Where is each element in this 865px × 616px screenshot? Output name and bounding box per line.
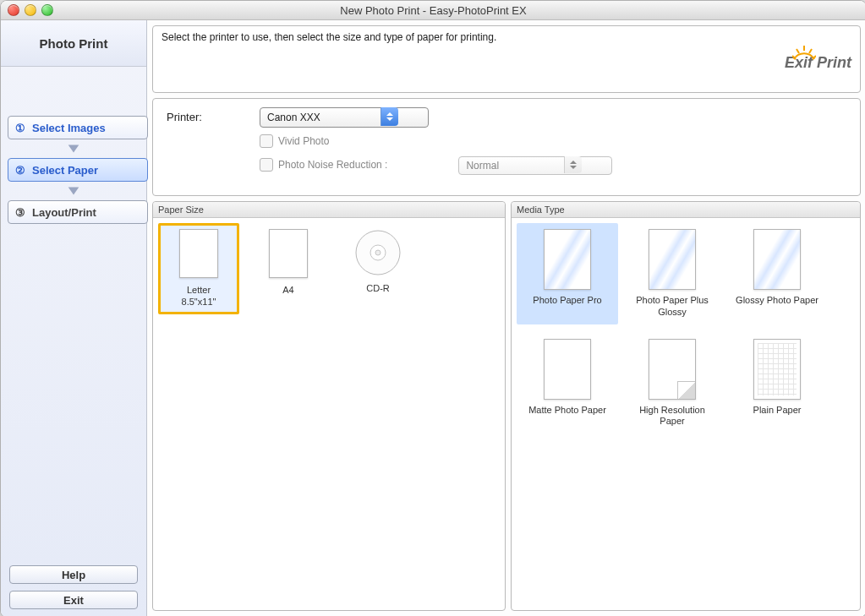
zoom-icon[interactable] [41,4,53,16]
noise-reduction-select[interactable]: Normal [458,156,582,173]
vivid-photo-row: Vivid Photo [260,134,846,148]
step-label: Select Images [32,122,106,134]
window-controls [8,4,53,16]
tile-label: Plain Paper [753,405,802,427]
paper-size-header: Paper Size [153,202,505,218]
media-type-tile[interactable]: Glossy Photo Paper [726,223,828,324]
paper-thumb-icon [649,229,696,290]
arrow-down-icon [8,143,140,155]
sun-icon [792,44,816,65]
step-select-images[interactable]: ① Select Images [8,116,148,139]
tile-label: Photo Paper Pro [533,295,601,317]
paper-size-tile[interactable]: Letter8.5"x11" [158,223,239,314]
vivid-photo-checkbox[interactable] [260,134,273,148]
media-type-grid: Photo Paper ProPhoto Paper Plus GlossyGl… [517,223,855,433]
noise-reduction-value: Normal [458,156,612,175]
printer-select[interactable]: Canon XXX [260,107,398,126]
sheet-icon [179,229,218,278]
noise-reduction-label: Photo Noise Reduction : [278,159,387,171]
media-type-header: Media Type [512,202,860,218]
svg-point-9 [375,250,380,255]
printer-select-value: Canon XXX [260,107,429,128]
step-label: Select Paper [32,164,98,177]
tile-label: High Resolution Paper [627,405,717,428]
media-type-tile[interactable]: Photo Paper Plus Glossy [621,223,723,324]
svg-line-3 [797,49,799,53]
chevron-updown-icon [380,107,398,126]
svg-marker-0 [68,145,79,153]
paper-thumb-icon [649,339,696,400]
media-type-tile[interactable]: Photo Paper Pro [517,223,618,324]
paper-thumb-icon [544,339,591,400]
tile-label: Glossy Photo Paper [736,295,818,317]
exit-button[interactable]: Exit [9,591,138,609]
paper-size-panel: Paper Size Letter8.5"x11"A4CD-R [152,201,506,611]
instruction-text: Select the printer to use, then select t… [162,31,496,43]
title-bar: New Photo Print - Easy-PhotoPrint EX [1,1,865,20]
step-select-paper[interactable]: ② Select Paper [8,158,148,182]
vivid-photo-label: Vivid Photo [278,135,330,147]
media-type-tile[interactable]: Matte Photo Paper [517,333,618,434]
tile-label: Photo Paper Plus Glossy [627,295,717,319]
paper-size-tile[interactable]: CD-R [337,223,419,314]
step-number: ① [15,122,25,134]
printer-label: Printer: [167,111,260,123]
step-layout-print[interactable]: ③ Layout/Print [8,200,148,224]
step-number: ③ [15,206,25,219]
paper-size-grid: Letter8.5"x11"A4CD-R [158,223,500,314]
step-list: ① Select Images ② Select Paper ③ Layout/… [1,67,146,227]
paper-thumb-icon [544,229,591,290]
svg-line-5 [809,49,812,53]
app-window: New Photo Print - Easy-PhotoPrint EX Pho… [0,0,865,616]
sidebar-title: Photo Print [1,20,146,67]
tile-label: Letter8.5"x11" [182,285,216,308]
minimize-icon[interactable] [25,4,36,16]
step-label: Layout/Print [32,206,96,219]
tile-label: Matte Photo Paper [528,405,606,427]
step-number: ② [15,164,25,177]
chevron-updown-icon [564,156,582,173]
paper-size-tile[interactable]: A4 [248,223,329,314]
paper-thumb-icon [753,229,801,290]
svg-marker-1 [68,188,79,195]
noise-reduction-row: Photo Noise Reduction : Normal [260,156,846,173]
printer-panel: Printer: Canon XXX Vivid Photo [152,98,861,196]
paper-thumb-icon [753,339,801,400]
close-icon[interactable] [8,4,19,16]
arrow-down-icon [8,185,140,197]
media-type-tile[interactable]: Plain Paper [726,333,828,434]
cd-icon [354,229,402,276]
tile-label: CD-R [366,283,390,305]
window-title: New Photo Print - Easy-PhotoPrint EX [340,4,526,17]
exif-print-logo: Exif Print [785,47,851,72]
noise-reduction-checkbox[interactable] [260,158,273,172]
media-type-tile[interactable]: High Resolution Paper [621,333,723,434]
sidebar-footer: Help Exit [1,565,146,616]
media-type-panel: Media Type Photo Paper ProPhoto Paper Pl… [511,201,861,611]
sheet-icon [269,229,308,278]
instruction-bar: Select the printer to use, then select t… [152,25,861,93]
help-button[interactable]: Help [9,565,138,584]
tile-label: A4 [282,285,293,307]
sidebar: Photo Print ① Select Images ② Select Pap… [1,20,147,616]
